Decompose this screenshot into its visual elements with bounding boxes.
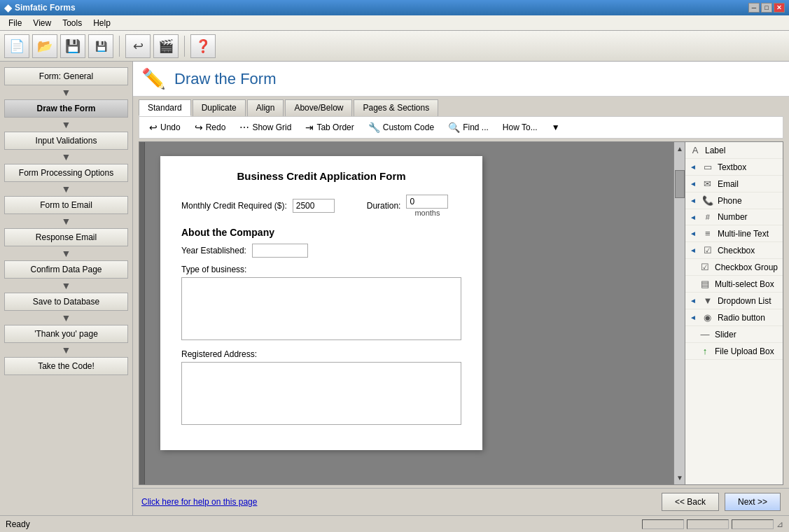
tab-above-below[interactable]: Above/Below [285,99,352,116]
sidebar-item-form-processing[interactable]: Form Processing Options [4,164,128,182]
tab-duplicate[interactable]: Duplicate [193,99,246,116]
multiline-arrow: ◄ [690,230,697,237]
app-title: Simfatic Forms [15,3,76,13]
registered-address-textarea[interactable] [181,362,461,425]
close-button[interactable]: ✕ [774,3,785,13]
checkbox-group-label: Checkbox Group [715,262,778,272]
menu-file[interactable]: File [3,17,27,29]
sidebar-item-thank-you[interactable]: 'Thank you' page [4,325,128,343]
sidebar-item-response-email[interactable]: Response Email [4,228,128,246]
help-button[interactable]: ❓ [190,34,216,58]
tab-align[interactable]: Align [247,99,284,116]
textbox-arrow: ◄ [690,163,697,171]
radio-arrow: ◄ [690,314,697,321]
panel-item-radio[interactable]: ◄ ◉ Radio button [685,309,783,326]
minimize-button[interactable]: ─ [748,3,760,13]
scroll-up-arrow[interactable]: ▲ [674,145,685,153]
find-button[interactable]: 🔍 Find ... [444,120,493,135]
menu-view[interactable]: View [27,17,57,29]
checkbox-icon: ☑ [702,245,713,255]
sidebar-item-save-database[interactable]: Save to Database [4,293,128,311]
panel-item-slider[interactable]: — Slider [685,326,783,343]
tab-standard[interactable]: Standard [139,99,191,116]
type-of-business-textarea[interactable] [181,277,461,340]
save-as-button[interactable]: 💾 [88,34,113,58]
action-toolbar: ↩ Undo ↪ Redo ⋯ Show Grid ⇥ Tab Order 🔧 … [139,116,783,139]
tab-pages-sections[interactable]: Pages & Sections [354,99,438,116]
panel-item-email[interactable]: ◄ ✉ Email [685,176,783,192]
email-arrow: ◄ [690,180,697,188]
phone-icon: 📞 [702,195,713,206]
menu-tools[interactable]: Tools [57,17,88,29]
year-established-input[interactable] [252,244,308,258]
canvas-vscrollbar[interactable]: ▲ ▼ [673,142,685,484]
save-button[interactable]: 💾 [60,34,85,58]
sidebar-arrow-8: ▼ [4,312,128,323]
checkbox-arrow: ◄ [690,246,697,254]
sidebar-arrow-1: ▼ [4,87,128,98]
monthly-credit-input[interactable] [293,199,335,213]
back-button[interactable]: << Back [662,493,719,511]
panel-item-multiselect[interactable]: ▤ Multi-select Box [685,276,783,293]
menu-help[interactable]: Help [88,17,116,29]
registered-address-label: Registered Address: [181,349,461,359]
sidebar: Form: General ▼ Draw the Form ▼ Input Va… [0,62,133,515]
help-link[interactable]: Click here for help on this page [141,497,257,507]
sidebar-item-draw-form[interactable]: Draw the Form [4,99,128,118]
panel-item-checkbox-group[interactable]: ☑ Checkbox Group [685,259,783,276]
panel-item-textbox[interactable]: ◄ ▭ Textbox [685,159,783,176]
year-established-label: Year Established: [181,246,246,255]
find-icon: 🔍 [448,122,460,133]
undo-icon: ↩ [149,122,158,133]
multiline-label: Multi-line Text [718,229,769,239]
sidebar-arrow-7: ▼ [4,280,128,291]
undo-button[interactable]: ↩ [125,34,151,58]
redo-action-button[interactable]: ↪ Redo [190,120,230,135]
panel-item-phone[interactable]: ◄ 📞 Phone [685,192,783,209]
form-row-address: Registered Address: [181,349,461,427]
phone-arrow: ◄ [690,197,697,204]
next-button[interactable]: Next >> [725,493,781,511]
footer-buttons: << Back Next >> [662,493,781,511]
show-grid-label: Show Grid [252,122,291,132]
page-header-title: Draw the Form [174,70,276,88]
about-company-title: About the Company [181,227,461,238]
months-label: months [414,209,440,217]
open-button[interactable]: 📂 [32,34,57,58]
panel-item-number[interactable]: ◄ # Number [685,209,783,225]
canvas-container: ▲ ▼ Business Credit Application Form Mon… [139,141,783,485]
duration-input[interactable] [406,195,448,209]
canvas-scrollbar-handle[interactable] [675,170,685,198]
film-button[interactable]: 🎬 [153,34,179,58]
sidebar-item-form-to-email[interactable]: Form to Email [4,196,128,214]
panel-item-multiline[interactable]: ◄ ≡ Multi-line Text [685,225,783,242]
tab-order-button[interactable]: ⇥ Tab Order [301,120,358,135]
panel-item-file-upload[interactable]: ↑ File Upload Box [685,343,783,360]
maximize-button[interactable]: □ [761,3,772,13]
custom-code-button[interactable]: 🔧 Custom Code [364,120,438,135]
page-header: ✏️ Draw the Form [133,62,789,97]
panel-item-dropdown[interactable]: ◄ ▼ Dropdown List [685,293,783,309]
sidebar-item-input-validations[interactable]: Input Validations [4,132,128,150]
textbox-icon: ▭ [702,162,713,172]
scroll-down-arrow[interactable]: ▼ [674,474,685,482]
monthly-credit-label: Monthly Credit Required ($): [181,201,287,211]
how-to-button[interactable]: How To... [498,120,542,134]
dropdown-button[interactable]: ▼ [547,120,564,134]
show-grid-button[interactable]: ⋯ Show Grid [235,120,295,135]
panel-item-checkbox[interactable]: ◄ ☑ Checkbox [685,242,783,259]
panel-item-label[interactable]: A Label [685,142,783,159]
title-bar-left: ◆ Simfatic Forms [4,2,76,13]
checkbox-group-icon: ☑ [699,262,711,272]
textbox-label: Textbox [718,162,746,172]
form-title: Business Credit Application Form [181,170,461,182]
sidebar-item-form-general[interactable]: Form: General [4,67,128,85]
undo-action-button[interactable]: ↩ Undo [145,120,185,135]
new-button[interactable]: 📄 [4,34,29,58]
toolbar-separator-1 [119,36,120,57]
canvas-scroll[interactable]: ▲ ▼ Business Credit Application Form Mon… [139,142,685,484]
main-toolbar: 📄 📂 💾 💾 ↩ 🎬 ❓ [0,31,789,62]
sidebar-item-confirm-data[interactable]: Confirm Data Page [4,260,128,279]
number-label: Number [718,212,748,222]
sidebar-item-take-code[interactable]: Take the Code! [4,357,128,375]
